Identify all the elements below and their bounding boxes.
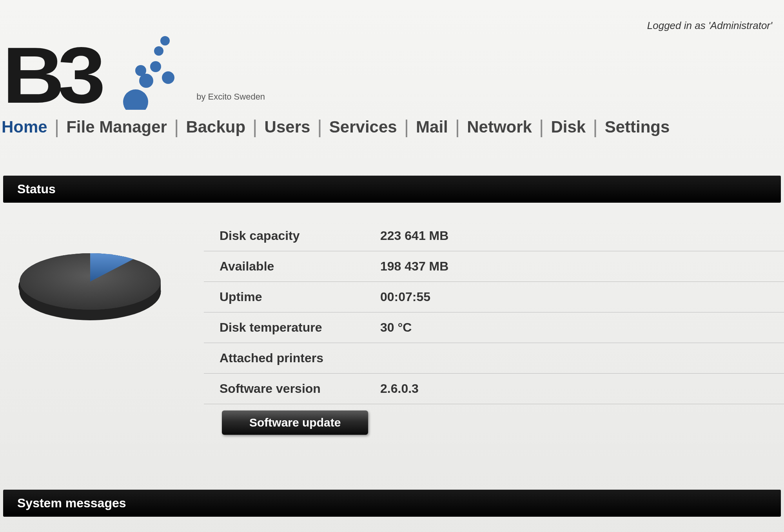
nav-network[interactable]: Network [460, 118, 539, 136]
nav-mail[interactable]: Mail [409, 118, 455, 136]
logo-byline: by Excito Sweden [196, 92, 265, 102]
nav-home[interactable]: Home [2, 118, 54, 136]
svg-point-2 [135, 65, 146, 76]
login-status: Logged in as 'Administrator' [647, 20, 772, 32]
status-body: Disk capacity 223 641 MB Available 198 4… [0, 205, 784, 458]
status-label: Disk capacity [220, 229, 380, 243]
svg-point-0 [123, 89, 148, 110]
nav-file-manager[interactable]: File Manager [59, 118, 174, 136]
status-row-software-version: Software version 2.6.0.3 [204, 374, 784, 404]
status-label: Available [220, 259, 380, 274]
status-row-uptime: Uptime 00:07:55 [204, 282, 784, 312]
svg-point-3 [150, 61, 161, 72]
logo-dots-icon [118, 31, 189, 110]
status-table: Disk capacity 223 641 MB Available 198 4… [204, 221, 784, 435]
status-value: 223 641 MB [380, 229, 448, 243]
svg-point-4 [162, 71, 174, 84]
messages-section-title: System messages [3, 490, 781, 517]
status-label: Attached printers [220, 351, 380, 365]
nav-separator: | [593, 122, 597, 132]
disk-usage-chart [8, 221, 172, 435]
nav-separator: | [455, 122, 460, 132]
svg-point-5 [154, 46, 163, 56]
status-value: 00:07:55 [380, 290, 430, 304]
nav-separator: | [539, 122, 544, 132]
nav-settings[interactable]: Settings [598, 118, 677, 136]
nav-disk[interactable]: Disk [544, 118, 593, 136]
nav-backup[interactable]: Backup [179, 118, 252, 136]
status-value: 30 °C [380, 320, 412, 335]
nav-users[interactable]: Users [258, 118, 318, 136]
nav-services[interactable]: Services [322, 118, 404, 136]
nav-separator: | [54, 122, 59, 132]
software-update-button[interactable]: Software update [222, 410, 368, 435]
status-label: Disk temperature [220, 320, 380, 335]
logo-text: B3 [2, 44, 98, 107]
nav-separator: | [174, 122, 179, 132]
system-messages-empty: No system messages available [0, 519, 784, 532]
status-label: Uptime [220, 290, 380, 304]
status-label: Software version [220, 381, 380, 396]
status-value: 2.6.0.3 [380, 381, 419, 396]
nav-separator: | [252, 122, 257, 132]
svg-point-6 [160, 36, 170, 45]
main-nav: Home | File Manager | Backup | Users | S… [0, 118, 784, 136]
nav-separator: | [404, 122, 409, 132]
header: Logged in as 'Administrator' B3 by Excit… [0, 0, 784, 106]
status-row-disk-temperature: Disk temperature 30 °C [204, 312, 784, 343]
status-value: 198 437 MB [380, 259, 448, 274]
status-row-available: Available 198 437 MB [204, 251, 784, 282]
status-section-title: Status [3, 176, 781, 203]
status-row-attached-printers: Attached printers [204, 343, 784, 374]
status-row-disk-capacity: Disk capacity 223 641 MB [204, 221, 784, 251]
nav-separator: | [317, 122, 322, 132]
